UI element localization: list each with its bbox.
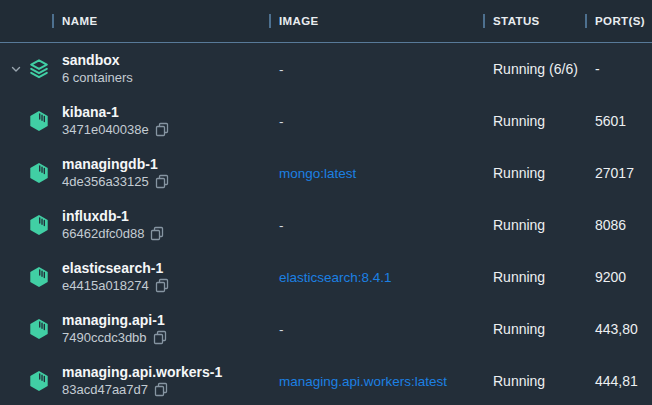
table-row[interactable]: managingdb-1 4de356a33125 mongo:latest R… [0, 147, 652, 199]
container-name: sandbox [62, 52, 270, 69]
status-text: Running [485, 165, 585, 181]
column-label: STATUS [493, 15, 540, 27]
column-divider [585, 14, 587, 28]
container-id: 6 containers [62, 69, 133, 86]
image-cell: managing.api.workers:latest [270, 374, 485, 389]
table-row[interactable]: kibana-1 3471e040038e - Running 5601 [0, 95, 652, 147]
ports-text: 9200 [585, 269, 652, 285]
column-label: PORT(S) [595, 15, 645, 27]
status-text: Running [485, 113, 585, 129]
copy-icon[interactable] [155, 278, 169, 293]
name-cell: managingdb-1 4de356a33125 [62, 156, 270, 190]
column-header-image[interactable]: IMAGE [269, 0, 319, 42]
container-id: e4415a018274 [62, 277, 149, 294]
container-name: elasticsearch-1 [62, 260, 270, 277]
name-cell: kibana-1 3471e040038e [62, 104, 270, 138]
image-name: - [279, 62, 284, 77]
name-cell: influxdb-1 66462dfc0d88 [62, 208, 270, 242]
copy-icon[interactable] [155, 122, 169, 137]
image-name[interactable]: elasticsearch:8.4.1 [279, 270, 392, 285]
column-header-name[interactable]: NAME [52, 0, 97, 42]
container-name: influxdb-1 [62, 208, 270, 225]
container-cube-icon [28, 109, 50, 133]
status-text: Running [485, 269, 585, 285]
container-name: managing.api-1 [62, 312, 270, 329]
column-divider [52, 14, 54, 28]
column-label: IMAGE [279, 15, 319, 27]
column-header-status[interactable]: STATUS [483, 0, 540, 42]
container-cube-icon [28, 265, 50, 289]
name-cell: managing.api.workers-1 83acd47aa7d7 [62, 364, 270, 398]
status-text: Running [485, 373, 585, 389]
table-row[interactable]: influxdb-1 66462dfc0d88 - Running 8086 [0, 199, 652, 251]
copy-icon[interactable] [153, 330, 167, 345]
row-icon-cell [0, 317, 62, 341]
ports-text: - [585, 61, 652, 77]
column-header-ports[interactable]: PORT(S) [585, 0, 645, 42]
container-id: 66462dfc0d88 [62, 225, 144, 242]
container-cube-icon [28, 161, 50, 185]
name-cell: sandbox 6 containers [62, 52, 270, 86]
row-icon-cell [0, 57, 62, 81]
image-cell: - [270, 62, 485, 77]
image-name: - [279, 218, 284, 233]
status-text: Running (6/6) [485, 61, 585, 77]
image-name[interactable]: mongo:latest [279, 166, 356, 181]
ports-text: 444,81 [585, 373, 652, 389]
image-cell: elasticsearch:8.4.1 [270, 270, 485, 285]
stack-layers-icon [28, 57, 50, 81]
ports-text: 8086 [585, 217, 652, 233]
status-text: Running [485, 321, 585, 337]
image-cell: mongo:latest [270, 166, 485, 181]
image-cell: - [270, 218, 485, 233]
table-row[interactable]: managing.api.workers-1 83acd47aa7d7 mana… [0, 355, 652, 405]
ports-text: 443,80 [585, 321, 652, 337]
column-divider [269, 14, 271, 28]
ports-text: 5601 [585, 113, 652, 129]
table-row[interactable]: elasticsearch-1 e4415a018274 elasticsear… [0, 251, 652, 303]
name-cell: managing.api-1 7490ccdc3dbb [62, 312, 270, 346]
container-name: kibana-1 [62, 104, 270, 121]
container-name: managingdb-1 [62, 156, 270, 173]
table-body: sandbox 6 containers - Running (6/6) - [0, 43, 652, 405]
ports-text: 27017 [585, 165, 652, 181]
image-name: - [279, 114, 284, 129]
chevron-down-icon[interactable] [10, 63, 22, 75]
row-icon-cell [0, 369, 62, 393]
table-row[interactable]: managing.api-1 7490ccdc3dbb - Running 44… [0, 303, 652, 355]
container-id: 4de356a33125 [62, 173, 149, 190]
name-cell: elasticsearch-1 e4415a018274 [62, 260, 270, 294]
row-icon-cell [0, 109, 62, 133]
image-cell: - [270, 114, 485, 129]
table-header: NAME IMAGE STATUS PORT(S) [0, 0, 652, 43]
row-icon-cell [0, 161, 62, 185]
container-cube-icon [28, 369, 50, 393]
containers-table: NAME IMAGE STATUS PORT(S) sandbox [0, 0, 652, 405]
status-text: Running [485, 217, 585, 233]
image-name: - [279, 322, 284, 337]
container-cube-icon [28, 317, 50, 341]
copy-icon[interactable] [155, 174, 169, 189]
container-id: 3471e040038e [62, 121, 149, 138]
copy-icon[interactable] [154, 382, 168, 397]
image-name[interactable]: managing.api.workers:latest [279, 374, 447, 389]
copy-icon[interactable] [150, 226, 164, 241]
row-icon-cell [0, 265, 62, 289]
container-id: 7490ccdc3dbb [62, 329, 147, 346]
row-icon-cell [0, 213, 62, 237]
container-name: managing.api.workers-1 [62, 364, 270, 381]
column-divider [483, 14, 485, 28]
table-row[interactable]: sandbox 6 containers - Running (6/6) - [0, 43, 652, 95]
image-cell: - [270, 322, 485, 337]
container-cube-icon [28, 213, 50, 237]
container-id: 83acd47aa7d7 [62, 381, 148, 398]
column-label: NAME [62, 15, 97, 27]
